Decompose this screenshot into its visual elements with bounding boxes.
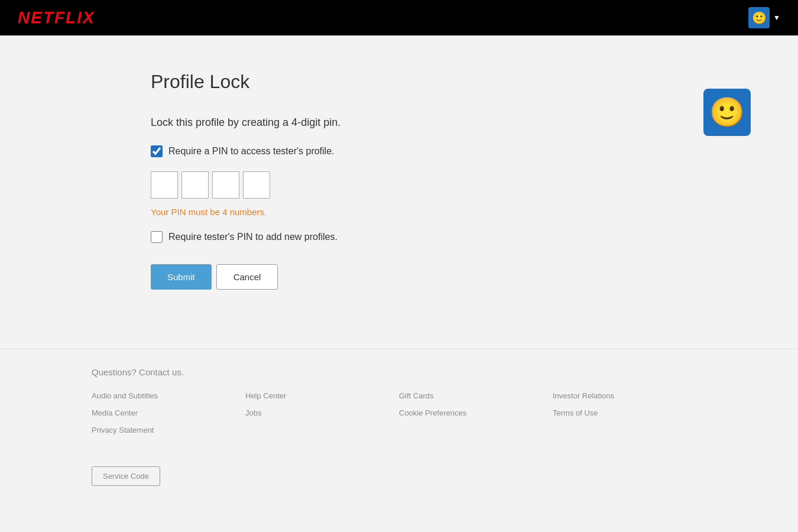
footer-col-1: Audio and Subtitles Media Center Privacy… xyxy=(92,391,245,443)
header: NETFLIX 🙂 ▼ xyxy=(0,0,798,35)
netflix-logo: NETFLIX xyxy=(18,8,95,27)
footer-link-jobs[interactable]: Jobs xyxy=(245,408,399,417)
dropdown-arrow-icon[interactable]: ▼ xyxy=(773,14,780,22)
footer-links: Audio and Subtitles Media Center Privacy… xyxy=(92,391,706,443)
pin-input-3[interactable] xyxy=(212,171,239,199)
checkbox-row-2: Require tester's PIN to add new profiles… xyxy=(151,231,647,243)
footer-link-terms-of-use[interactable]: Terms of Use xyxy=(553,408,706,417)
footer-contact: Questions? Contact us. xyxy=(92,367,706,377)
footer-col-3: Gift Cards Cookie Preferences xyxy=(399,391,553,443)
avatar: 🙂 xyxy=(748,7,770,28)
pin-input-2[interactable] xyxy=(181,171,209,199)
checkbox-row-1: Require a PIN to access tester's profile… xyxy=(151,145,647,157)
page-title: Profile Lock xyxy=(151,71,647,93)
require-pin-label: Require a PIN to access tester's profile… xyxy=(168,146,335,157)
footer: Questions? Contact us. Audio and Subtitl… xyxy=(74,367,724,504)
main-content: 🙂 Profile Lock Lock this profile by crea… xyxy=(133,35,665,349)
footer-link-investor-relations[interactable]: Investor Relations xyxy=(553,391,706,400)
footer-col-4: Investor Relations Terms of Use xyxy=(553,391,706,443)
footer-link-media-center[interactable]: Media Center xyxy=(92,408,245,417)
footer-link-privacy-statement[interactable]: Privacy Statement xyxy=(92,426,245,434)
footer-col-2: Help Center Jobs xyxy=(245,391,399,443)
subtitle: Lock this profile by creating a 4-digit … xyxy=(151,116,647,129)
footer-link-cookie-preferences[interactable]: Cookie Preferences xyxy=(399,408,553,417)
footer-link-gift-cards[interactable]: Gift Cards xyxy=(399,391,553,400)
cancel-button[interactable]: Cancel xyxy=(216,264,278,290)
footer-link-audio-subtitles[interactable]: Audio and Subtitles xyxy=(92,391,245,400)
profile-avatar-large: 🙂 xyxy=(703,89,751,136)
content-wrapper: 🙂 Profile Lock Lock this profile by crea… xyxy=(0,35,798,504)
require-pin-new-profiles-label: Require tester's PIN to add new profiles… xyxy=(168,232,338,242)
require-pin-new-profiles-checkbox[interactable] xyxy=(151,231,163,243)
footer-link-help-center[interactable]: Help Center xyxy=(245,391,399,400)
require-pin-checkbox[interactable] xyxy=(151,145,163,157)
pin-input-1[interactable] xyxy=(151,171,178,199)
pin-input-4[interactable] xyxy=(243,171,270,199)
service-code-button[interactable]: Service Code xyxy=(92,466,160,486)
pin-error-message: Your PIN must be 4 numbers. xyxy=(151,207,647,217)
button-row: Submit Cancel xyxy=(151,264,647,290)
header-right: 🙂 ▼ xyxy=(748,7,780,28)
divider xyxy=(0,349,798,349)
pin-row xyxy=(151,171,647,199)
submit-button[interactable]: Submit xyxy=(151,264,212,290)
